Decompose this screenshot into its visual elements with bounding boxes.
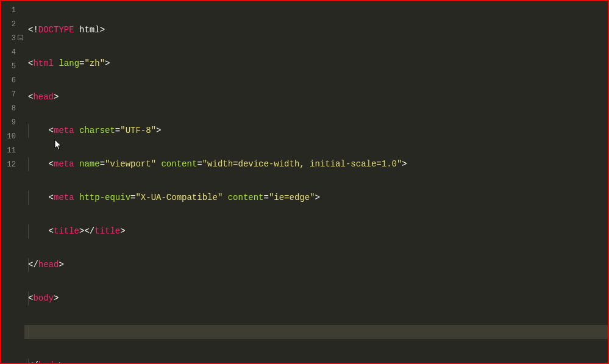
- line-number: 7: [1, 88, 24, 102]
- line-number: 8: [1, 102, 24, 116]
- fold-toggle-icon[interactable]: [18, 35, 23, 40]
- code-line[interactable]: <body>: [24, 291, 608, 305]
- line-number: 6: [1, 74, 24, 88]
- indent-guide: [28, 325, 29, 339]
- code-line[interactable]: <head>: [24, 90, 608, 104]
- indent-guide: [28, 124, 29, 138]
- indent-guide: [28, 258, 29, 272]
- code-line[interactable]: </head>: [24, 258, 608, 272]
- code-line[interactable]: <meta charset="UTF-8">: [24, 124, 608, 138]
- indent-guide: [28, 224, 29, 238]
- code-line[interactable]: <meta http-equiv="X-UA-Compatible" conte…: [24, 191, 608, 205]
- code-line[interactable]: <title></title>: [24, 224, 608, 238]
- code-line-active[interactable]: [24, 325, 608, 339]
- line-number: 11: [1, 144, 24, 158]
- code-line[interactable]: <!DOCTYPE html>: [24, 23, 608, 37]
- code-line[interactable]: </body>: [24, 359, 608, 364]
- indent-guide: [28, 359, 29, 364]
- line-number: 5: [1, 60, 24, 74]
- indent-guide: [28, 157, 29, 171]
- code-line[interactable]: <html lang="zh">: [24, 57, 608, 71]
- code-line[interactable]: <meta name="viewport" content="width=dev…: [24, 157, 608, 171]
- line-number: 10: [1, 130, 24, 144]
- line-number: 9: [1, 116, 24, 130]
- code-area[interactable]: <!DOCTYPE html> <html lang="zh"> <head> …: [24, 1, 608, 363]
- code-editor[interactable]: 1 2 3 4 5 6 7 8 9 10 11 12 <!DOCTYPE htm…: [1, 1, 608, 363]
- line-number-gutter: 1 2 3 4 5 6 7 8 9 10 11 12: [1, 1, 24, 363]
- indent-guide: [28, 191, 29, 205]
- line-number: 1: [1, 4, 24, 18]
- line-number: 2: [1, 18, 24, 32]
- line-number: 3: [1, 32, 24, 46]
- indent-guide: [28, 291, 29, 305]
- line-number: 4: [1, 46, 24, 60]
- line-number: 12: [1, 158, 24, 172]
